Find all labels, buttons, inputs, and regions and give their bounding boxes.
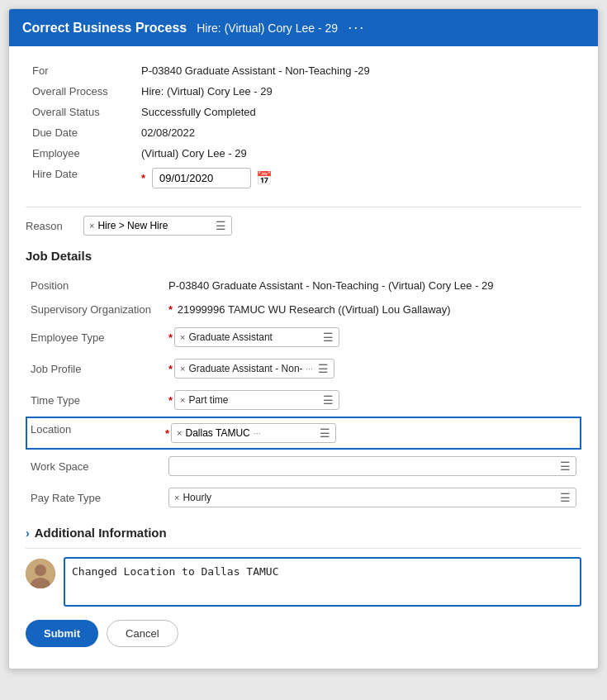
employee-type-field[interactable]: × Graduate Assistant ☰ — [174, 327, 339, 347]
reason-tag-text: Hire > New Hire — [97, 220, 168, 231]
reason-tag-remove[interactable]: × — [89, 221, 94, 231]
location-label: Location — [26, 417, 162, 450]
avatar — [26, 559, 55, 588]
location-list-icon[interactable]: ☰ — [320, 426, 330, 440]
location-tag-text: Dallas TAMUC — [186, 427, 250, 439]
pay-rate-type-row: Pay Rate Type × Hourly ☰ — [27, 483, 580, 512]
pay-rate-type-tag: × Hourly — [174, 492, 211, 503]
time-type-required-star: * — [168, 394, 173, 407]
position-row: Position P-03840 Graduate Assistant - No… — [27, 274, 580, 297]
hire-date-label: Hire Date — [27, 164, 135, 192]
overall-process-label: Overall Process — [27, 82, 135, 101]
pay-rate-type-field[interactable]: × Hourly ☰ — [168, 488, 576, 507]
employee-type-row: Employee Type * × Graduate Assistant ☰ — [27, 322, 580, 352]
job-profile-tag-remove[interactable]: × — [180, 364, 185, 374]
job-profile-required-star: * — [168, 363, 173, 375]
time-type-tag: × Part time — [180, 394, 228, 406]
work-space-list-icon[interactable]: ☰ — [560, 460, 571, 473]
cancel-button[interactable]: Cancel — [107, 620, 178, 647]
pay-rate-type-tag-remove[interactable]: × — [174, 493, 179, 502]
reason-tag-field[interactable]: × Hire > New Hire ☰ — [83, 216, 232, 236]
time-type-label: Time Type — [27, 385, 164, 415]
hire-date-required-star: * — [141, 172, 145, 184]
location-required-star: * — [165, 427, 169, 440]
employee-type-list-icon[interactable]: ☰ — [323, 331, 334, 344]
submit-button[interactable]: Submit — [26, 620, 98, 647]
overall-status-label: Overall Status — [27, 102, 135, 121]
supervisory-org-value: * 21999996 TAMUC WU Research ((Virtual) … — [165, 298, 580, 321]
job-profile-cell: * × Graduate Assistant - Non- ··· — [165, 354, 580, 383]
employee-value: (Virtual) Cory Lee - 29 — [136, 144, 580, 163]
location-cell: * × Dallas TAMUC ··· ☰ — [162, 417, 581, 450]
supervisory-org-required-star: * — [168, 303, 173, 316]
pay-rate-type-cell: × Hourly ☰ — [165, 483, 580, 512]
location-field[interactable]: × Dallas TAMUC ··· ☰ — [171, 423, 336, 443]
employee-type-tag-text: Graduate Assistant — [189, 331, 273, 343]
comment-section — [26, 557, 581, 607]
employee-type-label: Employee Type — [27, 322, 164, 352]
job-profile-field[interactable]: × Graduate Assistant - Non- ··· ☰ — [174, 359, 334, 379]
location-tag: × Dallas TAMUC ··· — [177, 427, 261, 439]
info-table: For P-03840 Graduate Assistant - Non-Tea… — [26, 60, 581, 193]
hire-date-cell: * 📅 — [136, 164, 580, 192]
reason-tag: × Hire > New Hire — [89, 220, 168, 231]
time-type-cell: * × Part time ☰ — [165, 385, 580, 415]
job-profile-list-icon[interactable]: ☰ — [318, 362, 329, 375]
more-options-icon[interactable]: ··· — [348, 19, 365, 36]
main-window: Correct Business Process Hire: (Virtual)… — [8, 8, 599, 669]
for-label: For — [27, 61, 135, 80]
reason-row: Reason × Hire > New Hire ☰ — [26, 216, 581, 236]
reason-label: Reason — [26, 220, 75, 232]
for-value: P-03840 Graduate Assistant - Non-Teachin… — [136, 61, 580, 80]
location-tag-remove[interactable]: × — [177, 428, 182, 438]
action-buttons: Submit Cancel — [26, 620, 581, 655]
divider-1 — [26, 207, 581, 207]
job-details-title: Job Details — [26, 249, 581, 263]
employee-type-cell: * × Graduate Assistant ☰ — [165, 322, 580, 352]
content-area: For P-03840 Graduate Assistant - Non-Tea… — [9, 46, 598, 669]
job-profile-ellipsis: ··· — [306, 364, 313, 374]
calendar-icon[interactable]: 📅 — [256, 170, 273, 186]
additional-info-title: Additional Information — [35, 526, 167, 540]
time-type-row: Time Type * × Part time ☰ — [27, 385, 580, 415]
time-type-tag-text: Part time — [189, 394, 229, 406]
job-profile-row: Job Profile * × Graduate Assistant - Non… — [27, 354, 580, 383]
employee-type-tag: × Graduate Assistant — [180, 331, 273, 343]
work-space-field[interactable]: ☰ — [168, 456, 576, 476]
overall-process-value: Hire: (Virtual) Cory Lee - 29 — [136, 82, 580, 101]
job-profile-tag: × Graduate Assistant - Non- ··· — [180, 363, 313, 374]
comment-input[interactable] — [64, 557, 581, 607]
employee-label: Employee — [27, 144, 135, 163]
reason-list-icon[interactable]: ☰ — [216, 219, 226, 232]
hire-date-input[interactable] — [152, 168, 251, 188]
time-type-tag-remove[interactable]: × — [180, 395, 185, 405]
location-row: Location * × Dallas TAMUC ··· ☰ — [26, 417, 581, 450]
time-type-list-icon[interactable]: ☰ — [323, 393, 334, 407]
overall-status-value: Successfully Completed — [136, 102, 580, 121]
pay-rate-type-list-icon[interactable]: ☰ — [560, 491, 571, 504]
svg-point-1 — [35, 564, 46, 576]
due-date-value: 02/08/2022 — [136, 123, 580, 142]
page-title: Correct Business Process — [22, 21, 187, 36]
employee-type-tag-remove[interactable]: × — [180, 332, 185, 342]
divider-2 — [26, 548, 581, 549]
pay-rate-type-label: Pay Rate Type — [27, 483, 164, 512]
location-ellipsis: ··· — [254, 428, 261, 438]
position-label: Position — [27, 274, 164, 297]
employee-type-required-star: * — [168, 331, 173, 344]
job-details-table: Position P-03840 Graduate Assistant - No… — [26, 273, 581, 417]
work-space-cell: ☰ — [165, 451, 580, 481]
additional-info-header[interactable]: › Additional Information — [26, 526, 581, 540]
header-bar: Correct Business Process Hire: (Virtual)… — [9, 9, 598, 46]
job-profile-tag-text: Graduate Assistant - Non- ··· — [189, 363, 314, 374]
work-space-row: Work Space ☰ — [27, 451, 580, 481]
supervisory-org-label: Supervisory Organization — [27, 298, 164, 321]
extra-fields-table: Work Space ☰ Pay Rate Type × Hourly ☰ — [26, 450, 581, 514]
pay-rate-type-tag-text: Hourly — [183, 492, 211, 503]
additional-info-chevron: › — [26, 526, 30, 540]
due-date-label: Due Date — [27, 123, 135, 142]
time-type-field[interactable]: × Part time ☰ — [174, 390, 339, 410]
job-profile-label: Job Profile — [27, 354, 164, 383]
work-space-label: Work Space — [27, 451, 164, 481]
supervisory-org-row: Supervisory Organization * 21999996 TAMU… — [27, 298, 580, 321]
